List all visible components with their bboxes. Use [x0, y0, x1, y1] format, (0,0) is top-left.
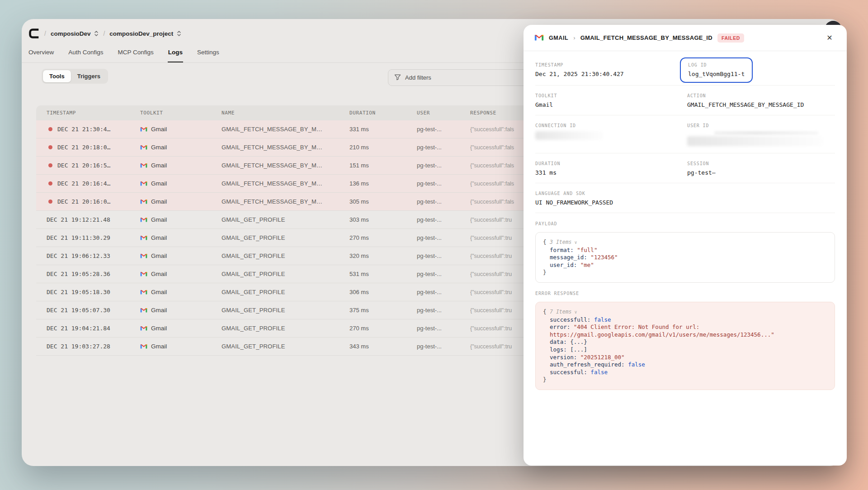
cell-name: GMAIL_FETCH_MESSAGE_BY_M…: [222, 198, 349, 205]
gmail-icon: [140, 126, 147, 133]
gmail-icon: [140, 252, 147, 260]
tab-auth-configs[interactable]: Auth Configs: [68, 46, 104, 62]
column-header: USER: [417, 110, 470, 116]
column-header: NAME: [222, 110, 349, 116]
gmail-icon: [140, 180, 147, 187]
field-log-id: LOG ID log_tVqomBgg11-t: [687, 62, 835, 78]
field-session: SESSION pg-test–: [687, 161, 835, 176]
cell-user: pg-test-...: [417, 252, 470, 259]
json-segment: false: [590, 369, 608, 376]
chevron-updown-icon: [177, 30, 181, 37]
tab-logs[interactable]: Logs: [168, 46, 183, 62]
cell-toolkit: Gmail: [140, 126, 222, 133]
cell-toolkit: Gmail: [140, 252, 222, 260]
cell-user: pg-test-...: [417, 343, 470, 350]
json-segment: successfull:: [543, 316, 594, 323]
items-count-toggle[interactable]: 7 Items: [550, 309, 577, 315]
gmail-icon: [140, 343, 147, 350]
json-segment: error:: [543, 323, 574, 330]
error-response-label: ERROR RESPONSE: [535, 291, 835, 296]
log-id-focus-ring[interactable]: LOG ID log_tVqomBgg11-t: [680, 57, 753, 83]
filter-icon: [394, 74, 401, 82]
cell-user: pg-test-...: [417, 307, 470, 314]
composio-logo-icon: [28, 28, 40, 39]
status-badge: FAILED: [717, 33, 744, 43]
json-segment: false: [594, 316, 611, 323]
cell-duration: 136 ms: [349, 180, 417, 187]
cell-user: pg-test-...: [417, 271, 470, 277]
cell-name: GMAIL_GET_PROFILE: [222, 234, 349, 241]
json-segment: user_id:: [543, 262, 580, 268]
gmail-icon: [140, 234, 147, 242]
field-connection-id: CONNECTION ID: [535, 123, 687, 146]
json-segment: data:: [543, 338, 570, 345]
error-response-section: ERROR RESPONSE { 7 Items successfull: fa…: [535, 283, 835, 390]
cell-duration: 375 ms: [349, 307, 417, 314]
gmail-icon: [140, 307, 147, 314]
json-segment: auth_refresh_required:: [543, 361, 628, 368]
cell-timestamp: DEC 21 19:05:07.30: [47, 307, 110, 314]
org-selector[interactable]: composioDev: [51, 30, 99, 37]
tab-mcp-configs[interactable]: MCP Configs: [118, 46, 154, 62]
cell-timestamp: DEC 21 19:04:21.84: [47, 325, 110, 332]
breadcrumb-separator: /: [103, 30, 105, 37]
log-detail-panel: GMAIL › GMAIL_FETCH_MESSAGE_BY_MESSAGE_I…: [524, 25, 847, 466]
column-header: TIMESTAMP: [36, 110, 140, 116]
json-segment: "me": [580, 262, 594, 268]
chevron-updown-icon: [94, 30, 99, 37]
items-count-toggle[interactable]: 3 Items: [550, 239, 577, 245]
cell-timestamp: DEC 21 20:18:0…: [57, 144, 110, 151]
cell-name: GMAIL_FETCH_MESSAGE_BY_M…: [222, 126, 349, 133]
cell-user: pg-test-...: [417, 198, 470, 205]
json-segment: format:: [543, 247, 577, 253]
cell-toolkit: Gmail: [140, 325, 222, 332]
panel-body: TIMESTAMP Dec 21, 2025 21:30:40.427 LOG …: [524, 51, 847, 390]
failed-status-dot: [48, 163, 52, 167]
cell-name: GMAIL_FETCH_MESSAGE_BY_M…: [222, 144, 349, 151]
cell-user: pg-test-...: [417, 216, 470, 223]
field-action: ACTION GMAIL_FETCH_MESSAGE_BY_MESSAGE_ID: [687, 93, 835, 108]
json-segment: }: [543, 376, 547, 383]
chevron-right-icon: ›: [573, 34, 575, 41]
json-segment: [...]: [570, 346, 587, 353]
add-filters-label: Add filters: [405, 74, 431, 81]
cell-name: GMAIL_GET_PROFILE: [222, 252, 349, 259]
field-duration: DURATION 331 ms: [535, 161, 687, 176]
org-name: composioDev: [51, 30, 91, 37]
gmail-icon: [140, 289, 147, 296]
cell-timestamp: DEC 21 20:16:0…: [57, 198, 110, 205]
triggers-toggle[interactable]: Triggers: [71, 70, 107, 82]
column-header: TOOLKIT: [140, 110, 222, 116]
tab-overview[interactable]: Overview: [28, 46, 54, 62]
gmail-icon: [140, 162, 147, 169]
cell-user: pg-test-...: [417, 180, 470, 187]
cell-duration: 151 ms: [349, 162, 417, 169]
cell-duration: 270 ms: [349, 325, 417, 332]
json-segment: "404 Client Error: Not Found for url:: [574, 323, 699, 330]
cell-toolkit: Gmail: [140, 216, 222, 224]
field-timestamp: TIMESTAMP Dec 21, 2025 21:30:40.427: [535, 62, 687, 78]
cell-name: GMAIL_GET_PROFILE: [222, 307, 349, 314]
cell-timestamp: DEC 21 19:12:21.48: [47, 216, 110, 223]
cell-user: pg-test-...: [417, 325, 470, 332]
project-selector[interactable]: composioDev_project: [109, 30, 181, 37]
field-row: CONNECTION ID USER ID: [535, 115, 835, 153]
tab-settings[interactable]: Settings: [197, 46, 220, 62]
field-toolkit: TOOLKIT Gmail: [535, 93, 687, 108]
cell-user: pg-test-...: [417, 126, 470, 133]
column-header: DURATION: [349, 110, 417, 116]
cell-name: GMAIL_FETCH_MESSAGE_BY_M…: [222, 162, 349, 169]
view-toggle: Tools Triggers: [42, 69, 108, 84]
json-segment: }: [543, 269, 547, 276]
json-segment: false: [628, 361, 645, 368]
json-segment: successful:: [543, 369, 590, 376]
cell-name: GMAIL_GET_PROFILE: [222, 216, 349, 223]
panel-toolkit-name: GMAIL: [549, 35, 568, 41]
close-icon[interactable]: ✕: [823, 32, 836, 44]
cell-toolkit: Gmail: [140, 162, 222, 169]
cell-timestamp: DEC 21 20:16:4…: [57, 180, 110, 187]
cell-toolkit: Gmail: [140, 343, 222, 350]
cell-timestamp: DEC 21 19:03:27.28: [47, 343, 110, 350]
cell-toolkit: Gmail: [140, 289, 222, 296]
tools-toggle[interactable]: Tools: [43, 70, 71, 82]
